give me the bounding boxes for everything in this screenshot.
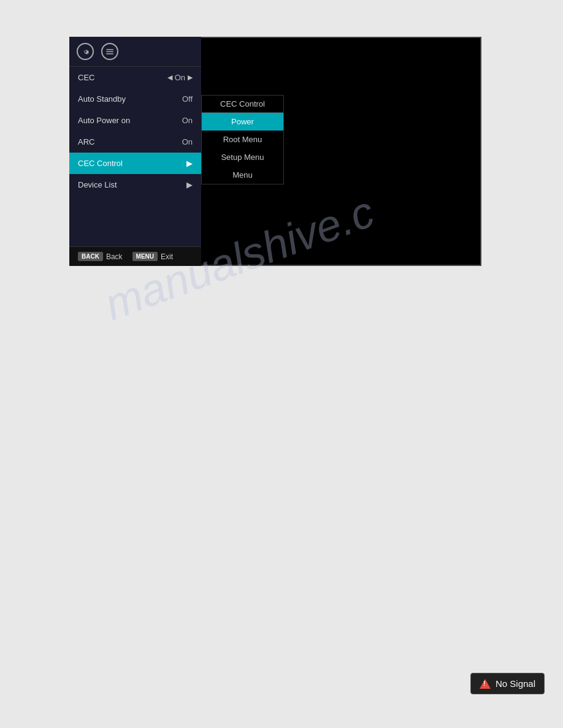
cec-arrow-right-icon: ▶ (188, 74, 193, 82)
cec-submenu-item-setup-menu[interactable]: Setup Menu (202, 148, 283, 166)
cec-control-label: CEC Control (78, 159, 123, 168)
gear-icon (77, 43, 94, 60)
menu-item-auto-standby[interactable]: Auto Standby Off (69, 88, 201, 110)
back-button-box[interactable]: BACK (78, 252, 103, 261)
menu-item-arc[interactable]: ARC On (69, 131, 201, 153)
svg-rect-0 (106, 49, 113, 50)
device-list-chevron-icon: ▶ (186, 180, 193, 189)
menu-button-group[interactable]: MENU Exit (132, 252, 173, 261)
auto-standby-value: Off (182, 94, 193, 104)
svg-rect-2 (106, 53, 113, 55)
cec-submenu-item-power[interactable]: Power (202, 113, 283, 131)
auto-standby-label: Auto Standby (78, 94, 126, 104)
no-signal-text: No Signal (496, 678, 535, 689)
cec-submenu-item-menu[interactable]: Menu (202, 166, 283, 184)
back-button-text: Back (106, 252, 123, 261)
menu-item-device-list[interactable]: Device List ▶ (69, 174, 201, 195)
warning-icon (480, 679, 491, 689)
cec-submenu-header: CEC Control (202, 96, 283, 113)
bottom-bar: BACK Back MENU Exit (69, 246, 201, 266)
menu-panel: CEC ◀ On ▶ Auto Standby Off Auto Power o… (69, 37, 201, 266)
menu-header (69, 37, 201, 67)
no-signal-badge: No Signal (470, 673, 545, 694)
menu-item-cec-label: CEC (78, 73, 94, 82)
arc-value: On (182, 137, 193, 146)
menu-item-cec-value: ◀ On ▶ (167, 73, 193, 82)
auto-power-on-label: Auto Power on (78, 116, 130, 125)
svg-rect-1 (106, 51, 113, 53)
menu-item-cec-label-group: CEC (78, 73, 94, 82)
auto-power-on-value: On (182, 116, 193, 125)
menu-button-box[interactable]: MENU (132, 252, 158, 261)
list-icon (101, 43, 118, 60)
back-button-group[interactable]: BACK Back (78, 252, 123, 261)
menu-items: CEC ◀ On ▶ Auto Standby Off Auto Power o… (69, 67, 201, 246)
menu-item-cec-control[interactable]: CEC Control ▶ (69, 153, 201, 174)
cec-arrow-left-icon: ◀ (167, 74, 172, 82)
menu-button-text: Exit (161, 252, 173, 261)
arc-label: ARC (78, 137, 94, 146)
cec-submenu-item-root-menu[interactable]: Root Menu (202, 131, 283, 148)
device-list-label: Device List (78, 180, 117, 189)
menu-item-cec[interactable]: CEC ◀ On ▶ (69, 67, 201, 88)
menu-item-auto-power-on[interactable]: Auto Power on On (69, 110, 201, 131)
cec-control-submenu: CEC Control Power Root Menu Setup Menu M… (201, 95, 284, 184)
cec-control-chevron-icon: ▶ (186, 159, 193, 168)
